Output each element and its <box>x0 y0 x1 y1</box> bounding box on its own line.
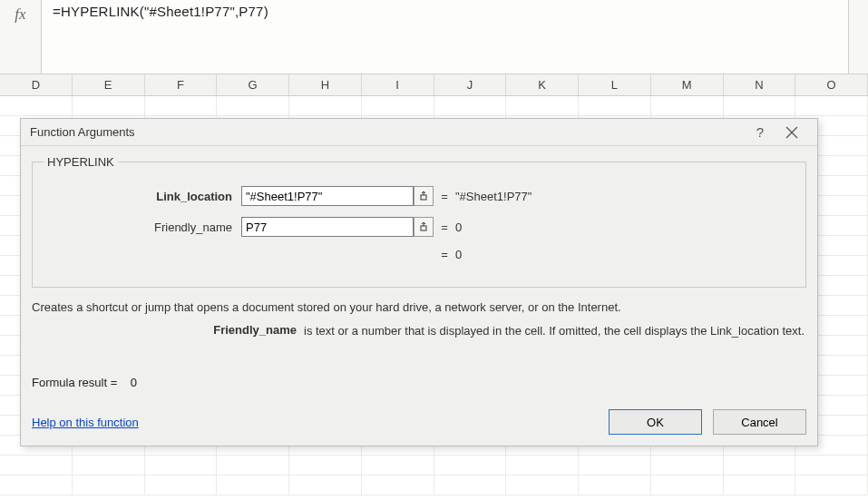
column-header[interactable]: O <box>795 74 868 95</box>
help-link[interactable]: Help on this function <box>32 416 139 429</box>
arg-row-link-location: Link_location = "#Sheet1!P77" <box>44 183 795 209</box>
function-fieldset: HYPERLINK Link_location = "#Sheet1!P77" … <box>32 155 806 288</box>
equals-sign: = <box>434 190 455 203</box>
formula-result: Formula result = 0 <box>32 376 806 389</box>
param-name: Friendly_name <box>32 323 304 339</box>
formula-result-label: Formula result = <box>32 376 117 389</box>
formula-text: =HYPERLINK("#Sheet1!P77",P77) <box>47 4 843 19</box>
equals-sign: = <box>434 248 455 261</box>
svg-rect-2 <box>421 195 426 200</box>
dialog-body: HYPERLINK Link_location = "#Sheet1!P77" … <box>21 146 817 446</box>
column-header[interactable]: K <box>506 74 579 95</box>
formula-result-value: 0 <box>131 376 137 389</box>
column-header[interactable]: E <box>73 74 145 95</box>
param-description-text: is text or a number that is displayed in… <box>304 323 806 339</box>
column-header[interactable]: G <box>217 74 289 95</box>
arg-row-friendly-name: Friendly_name = 0 <box>44 214 795 240</box>
column-header[interactable]: F <box>145 74 218 95</box>
insert-function-button[interactable]: fx <box>0 0 42 74</box>
friendly-name-input[interactable] <box>241 217 414 237</box>
arg-result: 0 <box>455 221 462 234</box>
formula-bar: fx =HYPERLINK("#Sheet1!P77",P77) <box>0 0 868 74</box>
cancel-button[interactable]: Cancel <box>713 409 806 435</box>
overall-result: 0 <box>455 248 462 261</box>
arg-label: Link_location <box>44 190 241 203</box>
dialog-titlebar[interactable]: Function Arguments ? <box>21 119 817 146</box>
parameter-description: Friendly_name is text or a number that i… <box>32 323 806 339</box>
ok-button[interactable]: OK <box>609 409 702 435</box>
function-description: Creates a shortcut or jump that opens a … <box>32 300 806 314</box>
fx-icon: fx <box>15 5 25 24</box>
column-header[interactable]: I <box>362 74 434 95</box>
equals-sign: = <box>434 221 455 234</box>
dialog-title: Function Arguments <box>30 125 746 139</box>
collapse-dialog-icon[interactable] <box>414 217 434 237</box>
column-header[interactable]: M <box>651 74 724 95</box>
collapse-dialog-icon[interactable] <box>414 186 434 206</box>
column-header[interactable]: J <box>434 74 507 95</box>
function-name-label: HYPERLINK <box>44 155 118 169</box>
formula-bar-expander[interactable] <box>848 0 868 74</box>
column-headers: D E F G H I J K L M N O <box>0 74 868 96</box>
help-icon[interactable]: ? <box>746 124 774 140</box>
function-arguments-dialog: Function Arguments ? HYPERLINK Link_loca… <box>20 118 818 446</box>
column-header[interactable]: L <box>579 74 651 95</box>
close-icon[interactable] <box>774 126 810 139</box>
link-location-input[interactable] <box>241 186 414 206</box>
overall-result-row: = 0 <box>44 245 795 263</box>
column-header[interactable]: N <box>724 74 796 95</box>
column-header[interactable]: D <box>0 74 73 95</box>
column-header[interactable]: H <box>289 74 362 95</box>
dialog-footer: Help on this function OK Cancel <box>32 409 806 435</box>
arg-label: Friendly_name <box>44 221 241 234</box>
svg-rect-3 <box>421 226 426 230</box>
formula-input-area[interactable]: =HYPERLINK("#Sheet1!P77",P77) <box>42 0 848 74</box>
arg-result: "#Sheet1!P77" <box>455 190 532 203</box>
